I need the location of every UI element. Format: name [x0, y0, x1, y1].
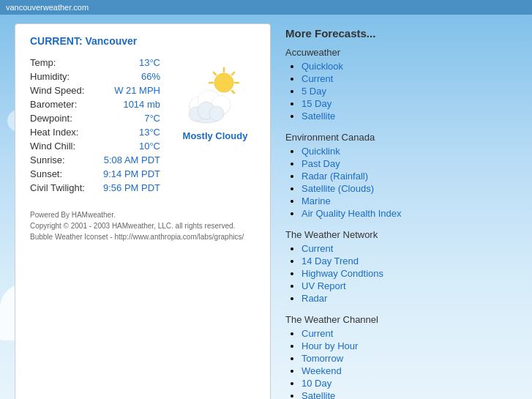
- forecast-link-2-0[interactable]: Current: [301, 243, 333, 254]
- footer-line2: Copyright © 2001 - 2003 HAMweather, LLC.…: [30, 220, 255, 231]
- windchill-value: 10°C: [139, 141, 160, 152]
- svg-point-6: [214, 73, 233, 92]
- humidity-label: Humidity:: [30, 71, 89, 82]
- title-prefix: CURRENT:: [30, 35, 83, 47]
- humidity-value: 66%: [141, 71, 160, 82]
- windspeed-value: W 21 MPH: [114, 85, 160, 96]
- forecast-link-3-3[interactable]: Weekend: [301, 365, 342, 376]
- forecast-section-0: AccuweatherQuicklookCurrent5 Day15 DaySa…: [285, 47, 503, 122]
- svg-line-3: [232, 91, 234, 93]
- forecast-list-item-3-4: 10 Day: [301, 378, 503, 389]
- heatindex-label: Heat Index:: [30, 127, 89, 138]
- forecasts-title: More Forecasts...: [285, 27, 503, 40]
- dewpoint-row: Dewpoint: 7°C: [30, 113, 160, 124]
- sunrise-value: 5:08 AM PDT: [104, 154, 160, 165]
- forecast-list-2: Current14 Day TrendHighway CondtionsUV R…: [285, 243, 503, 304]
- weather-condition: Mostly Cloudy: [183, 130, 248, 141]
- forecast-list-item-3-2: Tomorrow: [301, 353, 503, 364]
- dewpoint-label: Dewpoint:: [30, 113, 89, 124]
- forecast-link-1-2[interactable]: Radar (Rainfall): [301, 171, 368, 182]
- main-content: CURRENT: Vancouver Temp: 13°C Humidity: …: [0, 15, 532, 399]
- forecast-list-item-2-3: UV Report: [301, 280, 503, 291]
- sunset-label: Sunset:: [30, 168, 89, 179]
- forecast-list-item-1-3: Satellite (Clouds): [301, 183, 503, 194]
- forecast-list-item-1-4: Marine: [301, 195, 503, 206]
- forecast-list-item-1-0: Quicklink: [301, 146, 503, 157]
- footer-text: Powered By HAMweather. Copyright © 2001 …: [30, 209, 255, 242]
- forecast-link-3-1[interactable]: Hour by Hour: [301, 340, 358, 351]
- forecast-list-item-0-3: 15 Day: [301, 98, 503, 109]
- forecast-link-0-3[interactable]: 15 Day: [301, 98, 331, 109]
- windspeed-label: Wind Speed:: [30, 85, 89, 96]
- forecast-list-1: QuicklinkPast DayRadar (Rainfall)Satelli…: [285, 146, 503, 219]
- weather-icon-area: Mostly Cloudy: [175, 57, 255, 196]
- heatindex-value: 13°C: [139, 127, 160, 138]
- forecast-link-0-1[interactable]: Current: [301, 73, 333, 84]
- forecast-link-3-2[interactable]: Tomorrow: [301, 353, 343, 364]
- forecast-list-item-0-2: 5 Day: [301, 86, 503, 97]
- forecast-section-2: The Weather NetworkCurrent14 Day TrendHi…: [285, 229, 503, 304]
- barometer-row: Barometer: 1014 mb: [30, 99, 160, 110]
- forecast-list-item-2-0: Current: [301, 243, 503, 254]
- svg-point-14: [209, 106, 224, 121]
- windchill-label: Wind Chill:: [30, 141, 89, 152]
- forecast-link-3-0[interactable]: Current: [301, 328, 333, 339]
- forecast-link-1-0[interactable]: Quicklink: [301, 146, 340, 157]
- forecast-list-item-0-1: Current: [301, 73, 503, 84]
- forecast-link-2-3[interactable]: UV Report: [301, 280, 346, 291]
- dewpoint-value: 7°C: [144, 113, 160, 124]
- forecast-list-0: QuicklookCurrent5 Day15 DaySatellite: [285, 61, 503, 122]
- barometer-value: 1014 mb: [123, 99, 160, 110]
- forecast-list-item-2-1: 14 Day Trend: [301, 256, 503, 266]
- forecast-link-2-1[interactable]: 14 Day Trend: [301, 256, 359, 266]
- forecast-link-0-2[interactable]: 5 Day: [301, 86, 326, 97]
- sunset-value: 9:14 PM PDT: [103, 168, 160, 179]
- forecast-list-item-3-1: Hour by Hour: [301, 340, 503, 351]
- barometer-label: Barometer:: [30, 99, 89, 110]
- twilight-label: Civil Twilight:: [30, 182, 89, 193]
- humidity-row: Humidity: 66%: [30, 71, 160, 82]
- forecast-list-item-3-3: Weekend: [301, 365, 503, 376]
- temp-label: Temp:: [30, 57, 89, 68]
- sunrise-label: Sunrise:: [30, 154, 89, 165]
- forecast-section-title-0: Accuweather: [285, 47, 503, 58]
- svg-line-4: [214, 72, 216, 75]
- forecast-list-item-0-0: Quicklook: [301, 61, 503, 72]
- forecast-section-title-3: The Weather Channel: [285, 314, 503, 325]
- forecast-link-1-1[interactable]: Past Day: [301, 158, 340, 169]
- forecast-link-3-5[interactable]: Satellite: [301, 390, 335, 399]
- forecast-list-item-1-5: Air Quality Health Index: [301, 208, 503, 219]
- forecast-list-item-3-0: Current: [301, 328, 503, 339]
- panel-title: CURRENT: Vancouver: [30, 35, 255, 47]
- temp-value: 13°C: [139, 57, 160, 68]
- forecast-list-3: CurrentHour by HourTomorrowWeekend10 Day…: [285, 328, 503, 399]
- forecast-section-title-1: Environment Canada: [285, 132, 503, 143]
- twilight-value: 9:56 PM PDT: [103, 182, 160, 193]
- forecast-section-title-2: The Weather Network: [285, 229, 503, 240]
- forecast-list-item-2-4: Radar: [301, 293, 503, 304]
- footer-line1: Powered By HAMweather.: [30, 209, 255, 220]
- forecast-link-1-3[interactable]: Satellite (Clouds): [301, 183, 374, 194]
- weather-panel: CURRENT: Vancouver Temp: 13°C Humidity: …: [15, 23, 271, 399]
- forecast-section-3: The Weather ChannelCurrentHour by HourTo…: [285, 314, 503, 399]
- forecast-link-3-4[interactable]: 10 Day: [301, 378, 331, 389]
- forecast-link-0-0[interactable]: Quicklook: [301, 61, 343, 72]
- forecast-link-2-4[interactable]: Radar: [301, 293, 327, 304]
- forecast-link-0-4[interactable]: Satellite: [301, 111, 335, 122]
- sunrise-row: Sunrise: 5:08 AM PDT: [30, 154, 160, 165]
- city-name: Vancouver: [85, 35, 137, 47]
- weather-icon: [179, 61, 252, 127]
- forecast-link-1-4[interactable]: Marine: [301, 195, 331, 206]
- forecast-link-1-5[interactable]: Air Quality Health Index: [301, 208, 402, 219]
- temp-row: Temp: 13°C: [30, 57, 160, 68]
- forecast-list-item-0-4: Satellite: [301, 111, 503, 122]
- svg-line-1: [232, 72, 234, 75]
- weather-data: Temp: 13°C Humidity: 66% Wind Speed: W 2…: [30, 57, 255, 196]
- sunset-row: Sunset: 9:14 PM PDT: [30, 168, 160, 179]
- forecast-link-2-2[interactable]: Highway Condtions: [301, 268, 383, 279]
- forecast-list-item-1-1: Past Day: [301, 158, 503, 169]
- twilight-row: Civil Twilight: 9:56 PM PDT: [30, 182, 160, 193]
- forecast-list-item-2-2: Highway Condtions: [301, 268, 503, 279]
- footer-line3: Bubble Weather Iconset - http://www.anth…: [30, 231, 255, 242]
- forecast-list-item-1-2: Radar (Rainfall): [301, 171, 503, 182]
